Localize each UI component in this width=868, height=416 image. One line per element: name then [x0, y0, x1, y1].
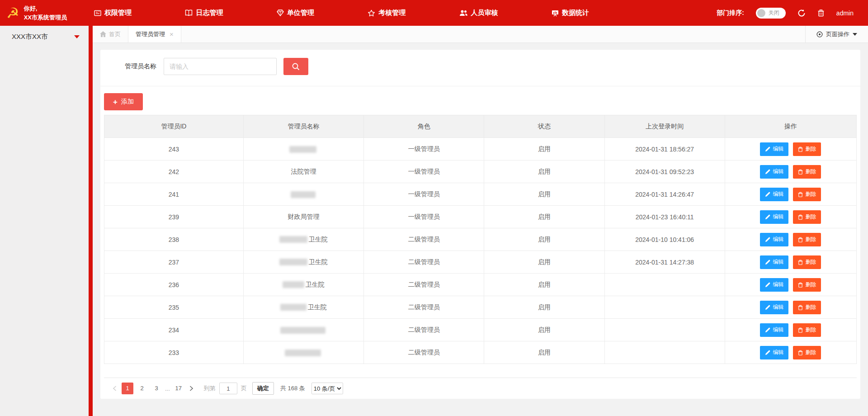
- cell-last-login: 2024-01-31 14:27:38: [604, 251, 725, 274]
- delete-button[interactable]: 删除: [793, 301, 821, 314]
- edit-button[interactable]: 编辑: [760, 233, 788, 246]
- sidebar-item-region[interactable]: XXX市XX市: [0, 26, 89, 47]
- dept-sort-toggle[interactable]: 关闭: [756, 8, 786, 19]
- delete-button[interactable]: 删除: [793, 346, 821, 359]
- page-button-3[interactable]: 3: [151, 383, 162, 394]
- greeting-line1: 你好,: [24, 4, 67, 13]
- admin-name: 财政局管理: [288, 213, 319, 220]
- cell-last-login: [604, 319, 725, 341]
- topbar-right: 部门排序: 关闭 admin: [717, 8, 868, 19]
- edit-button[interactable]: 编辑: [760, 188, 788, 201]
- cell-last-login: [604, 274, 725, 296]
- cell-actions: 编辑删除: [725, 296, 856, 319]
- cell-actions: 编辑删除: [725, 183, 856, 206]
- cell-admin-name: 卫生院: [243, 251, 363, 274]
- edit-button[interactable]: 编辑: [760, 165, 788, 179]
- refresh-icon[interactable]: [797, 9, 806, 17]
- page-button-1[interactable]: 1: [122, 383, 133, 394]
- cell-admin-name: [243, 319, 363, 341]
- cell-role: 一级管理员: [364, 206, 484, 228]
- page-button-2[interactable]: 2: [136, 383, 148, 394]
- add-button[interactable]: + 添加: [104, 93, 143, 110]
- cell-admin-id: 234: [104, 319, 244, 341]
- edit-button[interactable]: 编辑: [760, 142, 788, 156]
- nav-item-permission[interactable]: 权限管理: [94, 9, 132, 17]
- pencil-icon: [765, 237, 770, 242]
- goto-confirm-button[interactable]: 确定: [252, 382, 274, 395]
- search-field-label: 管理员名称: [125, 62, 156, 71]
- edit-button[interactable]: 编辑: [760, 278, 788, 292]
- pagination-prev[interactable]: [108, 383, 120, 394]
- delete-button[interactable]: 删除: [793, 165, 821, 179]
- cell-status: 启用: [484, 206, 604, 228]
- edit-button[interactable]: 编辑: [760, 301, 788, 314]
- table-header-row: 管理员ID 管理员名称 角色 状态 上次登录时间 操作: [104, 115, 857, 138]
- delete-button[interactable]: 删除: [793, 142, 821, 156]
- edit-button[interactable]: 编辑: [760, 210, 788, 224]
- caret-down-icon: [74, 35, 80, 38]
- cell-admin-id: 237: [104, 251, 244, 274]
- delete-button[interactable]: 删除: [793, 233, 821, 246]
- cell-status: 启用: [484, 251, 604, 274]
- trash-icon: [798, 350, 803, 355]
- table-row: 241一级管理员启用2024-01-31 14:26:47编辑删除: [104, 183, 857, 206]
- nav-label: 数据统计: [562, 9, 589, 17]
- pencil-icon: [765, 305, 770, 310]
- edit-button[interactable]: 编辑: [760, 323, 788, 337]
- redacted-name-block: [291, 191, 316, 198]
- nav-label: 人员审核: [471, 9, 498, 17]
- admin-name: 卫生院: [305, 281, 324, 288]
- table-row: 234二级管理员启用编辑删除: [104, 319, 857, 341]
- tab-home[interactable]: 首页: [93, 26, 128, 43]
- pagination-next[interactable]: [186, 383, 198, 394]
- user-greeting: 你好, XX市系统管理员: [24, 4, 67, 22]
- pencil-icon: [765, 327, 770, 333]
- delete-button[interactable]: 删除: [793, 278, 821, 292]
- cell-status: 启用: [484, 341, 604, 364]
- delete-button[interactable]: 删除: [793, 210, 821, 224]
- nav-item-log[interactable]: 日志管理: [185, 9, 223, 17]
- col-header-last-login: 上次登录时间: [604, 115, 725, 138]
- table-row: 242法院管理一级管理员启用2024-01-31 09:52:23编辑删除: [104, 161, 857, 183]
- delete-button[interactable]: 删除: [793, 188, 821, 201]
- plus-icon: +: [113, 98, 118, 106]
- edit-button[interactable]: 编辑: [760, 346, 788, 359]
- nav-item-assessment[interactable]: 考核管理: [368, 9, 406, 17]
- cell-status: 启用: [484, 183, 604, 206]
- unit-icon: [277, 9, 284, 16]
- page-size-select[interactable]: 10 条/页: [311, 383, 343, 394]
- tab-admin-management[interactable]: 管理员管理 ×: [128, 26, 181, 43]
- cell-last-login: [604, 296, 725, 319]
- cell-status: 启用: [484, 228, 604, 251]
- delete-button[interactable]: 删除: [793, 323, 821, 337]
- page-button-17[interactable]: 17: [173, 383, 184, 394]
- redacted-name-block: [280, 304, 307, 311]
- redacted-name-block: [283, 281, 304, 288]
- admin-table: 管理员ID 管理员名称 角色 状态 上次登录时间 操作 243一级管理员启用20…: [104, 115, 857, 364]
- table-row: 243一级管理员启用2024-01-31 18:56:27编辑删除: [104, 138, 857, 161]
- trash-icon[interactable]: [817, 9, 825, 17]
- cell-admin-id: 233: [104, 341, 244, 364]
- page-ops-label: 页面操作: [826, 30, 849, 38]
- cell-last-login: 2024-01-23 16:40:11: [604, 206, 725, 228]
- table-row: 233二级管理员启用编辑删除: [104, 341, 857, 364]
- goto-page-input[interactable]: [219, 383, 237, 394]
- admin-name-input[interactable]: [164, 58, 277, 75]
- edit-button[interactable]: 编辑: [760, 255, 788, 269]
- cell-role: 二级管理员: [364, 296, 484, 319]
- nav-item-unit[interactable]: 单位管理: [277, 9, 314, 17]
- nav-item-statistics[interactable]: 数据统计: [552, 9, 589, 17]
- username[interactable]: admin: [836, 9, 854, 17]
- search-button[interactable]: [283, 58, 308, 75]
- chevron-down-icon: [853, 33, 857, 36]
- nav-item-personnel-audit[interactable]: 人员审核: [459, 9, 498, 17]
- chevron-right-icon: [189, 386, 193, 391]
- page-operations-dropdown[interactable]: 页面操作: [805, 26, 868, 43]
- delete-button[interactable]: 删除: [793, 255, 821, 269]
- cell-admin-name: 卫生院: [243, 296, 363, 319]
- col-header-admin-name: 管理员名称: [243, 115, 363, 138]
- statistics-icon: [552, 9, 559, 17]
- toggle-state-label: 关闭: [769, 9, 779, 17]
- close-icon[interactable]: ×: [170, 30, 174, 38]
- cell-admin-id: 238: [104, 228, 244, 251]
